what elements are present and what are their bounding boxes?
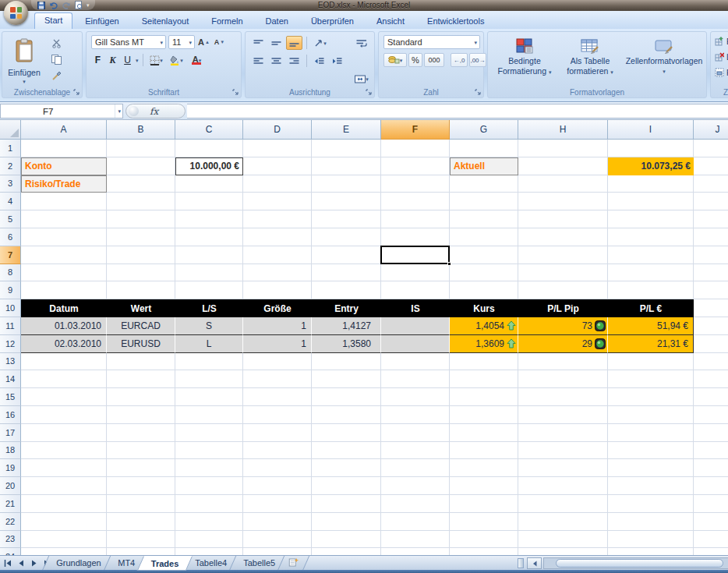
align-right-button[interactable] xyxy=(286,54,302,68)
prev-sheet-icon[interactable] xyxy=(16,557,27,568)
row-header-4[interactable]: 4 xyxy=(0,193,21,210)
increase-decimal-button[interactable]: ←,0 xyxy=(451,53,468,67)
column-header-F[interactable]: F xyxy=(381,120,450,140)
row-header-7[interactable]: 7 xyxy=(0,246,21,264)
cell-E11[interactable]: 1,4127 xyxy=(312,317,381,335)
cell-styles-button[interactable]: Zellenformatvorlagen ▾ xyxy=(622,35,706,88)
increase-indent-button[interactable] xyxy=(329,54,345,68)
column-header-I[interactable]: I xyxy=(608,120,694,140)
align-bottom-button[interactable] xyxy=(286,36,302,50)
insert-cells-button[interactable]: Ei xyxy=(715,37,728,46)
align-center-button[interactable] xyxy=(268,54,284,68)
cell-D12[interactable]: 1 xyxy=(243,335,312,353)
borders-button[interactable]: ▾ xyxy=(147,53,166,67)
paste-button[interactable]: Einfügen ▾ xyxy=(6,34,42,87)
sheet-tab-trades[interactable]: Trades xyxy=(136,556,193,571)
row-header-24[interactable]: 24 xyxy=(0,548,21,555)
cell-D10[interactable]: Größe xyxy=(243,299,312,317)
column-header-J[interactable]: J xyxy=(694,120,728,140)
row-header-11[interactable]: 11 xyxy=(0,317,21,335)
conditional-formatting-button[interactable]: Bedingte Formatierung ▾ xyxy=(491,35,558,88)
row-header-23[interactable]: 23 xyxy=(0,531,21,549)
cell-E10[interactable]: Entry xyxy=(312,299,381,317)
wrap-text-button[interactable] xyxy=(352,36,372,50)
cell-G12[interactable]: 1,3609 xyxy=(450,335,518,353)
row-header-8[interactable]: 8 xyxy=(0,264,21,282)
fill-handle[interactable] xyxy=(447,262,451,266)
cell-C10[interactable]: L/S xyxy=(175,299,243,317)
grow-font-button[interactable]: A▲ xyxy=(197,35,210,49)
cell-F10[interactable]: IS xyxy=(381,299,450,317)
column-header-G[interactable]: G xyxy=(450,120,518,140)
column-header-A[interactable]: A xyxy=(21,120,107,140)
cells-area[interactable]: Konto10.000,00 €Aktuell10.073,25 €Risiko… xyxy=(21,140,728,555)
row-header-15[interactable]: 15 xyxy=(0,388,21,406)
cell-E12[interactable]: 1,3580 xyxy=(312,335,381,353)
cell-A12[interactable]: 02.03.2010 xyxy=(21,335,107,353)
row-header-5[interactable]: 5 xyxy=(0,210,21,228)
cell-H11[interactable]: 73 xyxy=(518,317,608,335)
clipboard-dialog-launcher-icon[interactable] xyxy=(72,88,80,96)
decrease-indent-button[interactable] xyxy=(311,54,327,68)
cell-B10[interactable]: Wert xyxy=(107,299,175,317)
column-header-H[interactable]: H xyxy=(518,120,608,140)
format-painter-icon[interactable] xyxy=(48,70,65,82)
row-header-12[interactable]: 12 xyxy=(0,335,21,353)
cell-B11[interactable]: EURCAD xyxy=(107,317,175,335)
ribbon-tab-überprüfen[interactable]: Überprüfen xyxy=(301,13,364,29)
cell-C12[interactable]: L xyxy=(175,335,243,353)
column-header-D[interactable]: D xyxy=(243,120,312,140)
print-preview-icon[interactable] xyxy=(74,1,83,9)
row-header-16[interactable]: 16 xyxy=(0,406,21,424)
save-icon[interactable] xyxy=(37,1,45,9)
accounting-format-button[interactable]: ▾ xyxy=(383,53,407,67)
shrink-font-button[interactable]: A▼ xyxy=(213,35,226,49)
row-header-21[interactable]: 21 xyxy=(0,495,21,513)
ribbon-tab-formeln[interactable]: Formeln xyxy=(201,13,253,29)
cell-D11[interactable]: 1 xyxy=(243,317,312,335)
undo-icon[interactable] xyxy=(49,1,58,9)
align-top-button[interactable] xyxy=(250,36,267,50)
redo-icon[interactable] xyxy=(62,1,70,9)
row-header-20[interactable]: 20 xyxy=(0,477,21,495)
cell-G11[interactable]: 1,4054 xyxy=(450,317,518,335)
cell-I2[interactable]: 10.073,25 € xyxy=(608,157,694,175)
font-dialog-launcher-icon[interactable] xyxy=(231,88,239,96)
format-as-table-button[interactable]: Als Tabelle formatieren ▾ xyxy=(560,35,620,88)
row-header-13[interactable]: 13 xyxy=(0,353,21,371)
row-header-14[interactable]: 14 xyxy=(0,370,21,388)
ribbon-tab-start[interactable]: Start xyxy=(34,12,72,29)
row-header-18[interactable]: 18 xyxy=(0,442,21,460)
number-format-select[interactable]: Standard ▾ xyxy=(383,35,480,49)
alignment-dialog-launcher-icon[interactable] xyxy=(365,88,373,96)
row-header-17[interactable]: 17 xyxy=(0,424,21,442)
cell-G10[interactable]: Kurs xyxy=(450,299,518,317)
comma-style-button[interactable]: 000 xyxy=(424,53,444,67)
name-box-dropdown-icon[interactable]: ▾ xyxy=(115,104,121,118)
name-box[interactable]: F7 ▾ xyxy=(0,104,123,118)
italic-button[interactable]: K xyxy=(106,53,119,67)
bold-button[interactable]: F xyxy=(91,53,104,67)
cell-C2[interactable]: 10.000,00 € xyxy=(175,157,243,175)
row-header-22[interactable]: 22 xyxy=(0,513,21,531)
row-header-1[interactable]: 1 xyxy=(0,140,21,157)
tab-split-handle[interactable] xyxy=(518,558,524,568)
cell-H12[interactable]: 29 xyxy=(518,335,608,353)
cell-I12[interactable]: 21,31 € xyxy=(608,335,694,353)
qat-customize-dropdown-icon[interactable]: ▾ xyxy=(87,2,90,8)
hscroll-left-icon[interactable] xyxy=(527,557,542,569)
horizontal-scrollbar[interactable] xyxy=(543,557,728,569)
row-header-19[interactable]: 19 xyxy=(0,459,21,477)
orientation-button[interactable]: ▾ xyxy=(311,36,330,50)
cell-C11[interactable]: S xyxy=(175,317,243,335)
merge-center-button[interactable]: ▾ xyxy=(352,72,372,86)
office-button[interactable] xyxy=(4,1,28,25)
row-header-6[interactable]: 6 xyxy=(0,228,21,246)
cell-H10[interactable]: P/L Pip xyxy=(518,299,608,317)
row-header-3[interactable]: 3 xyxy=(0,175,21,193)
cell-A2[interactable]: Konto xyxy=(21,157,107,175)
cell-F11[interactable] xyxy=(381,317,450,335)
column-header-C[interactable]: C xyxy=(175,120,243,140)
ribbon-tab-ansicht[interactable]: Ansicht xyxy=(366,13,415,29)
number-dialog-launcher-icon[interactable] xyxy=(474,88,482,96)
